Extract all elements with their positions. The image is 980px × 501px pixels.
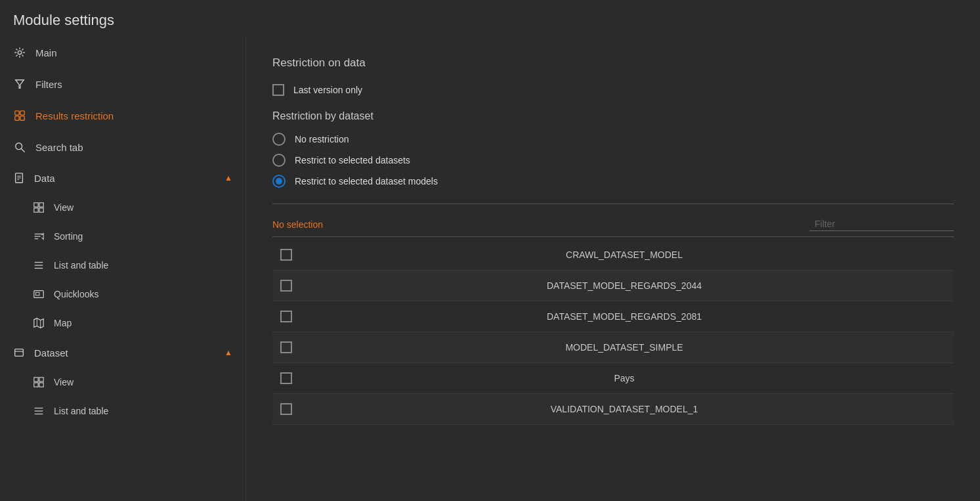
sidebar-item-dataset-list-table-label: List and table xyxy=(54,406,108,416)
map-icon xyxy=(33,317,45,329)
sidebar-item-data-sorting-label: Sorting xyxy=(54,231,83,242)
svg-rect-13 xyxy=(39,203,43,207)
grid-icon xyxy=(33,202,45,213)
restriction-on-data-title: Restriction on data xyxy=(272,56,954,70)
radio-restrict-dataset-models[interactable]: Restrict to selected dataset models xyxy=(272,175,954,188)
sidebar-item-data-map-label: Map xyxy=(54,318,72,328)
regards2081-checkbox[interactable] xyxy=(280,311,292,322)
document-icon xyxy=(13,172,25,184)
list-icon xyxy=(33,259,45,271)
sidebar-item-data-view-label: View xyxy=(54,202,74,213)
sidebar-item-data-quicklooks-label: Quicklooks xyxy=(54,289,98,299)
sidebar-item-data-quicklooks[interactable]: Quicklooks xyxy=(0,280,245,309)
svg-rect-30 xyxy=(39,378,43,381)
radio-no-restriction-circle[interactable] xyxy=(272,133,286,146)
last-version-checkbox[interactable] xyxy=(272,84,284,96)
svg-rect-3 xyxy=(20,111,24,115)
quicklook-icon xyxy=(33,288,45,300)
validation-checkbox[interactable] xyxy=(280,403,292,415)
sidebar-group-data[interactable]: Data ▲ xyxy=(0,163,245,193)
regards2081-name: DATASET_MODEL_REGARDS_2081 xyxy=(303,311,946,322)
svg-point-6 xyxy=(16,143,22,150)
svg-marker-1 xyxy=(16,80,24,89)
svg-rect-12 xyxy=(34,203,38,207)
dataset-row-validation[interactable]: VALIDATION_DATASET_MODEL_1 xyxy=(272,394,954,425)
sidebar-item-filters-label: Filters xyxy=(35,79,62,90)
main-content: Restriction on data Last version only Re… xyxy=(246,37,980,501)
grid-icon-2 xyxy=(33,376,45,388)
list-icon-2 xyxy=(33,405,45,417)
radio-restrict-datasets-circle[interactable] xyxy=(272,154,286,167)
crawl-checkbox[interactable] xyxy=(280,249,292,261)
dataset-row-crawl[interactable]: CRAWL_DATASET_MODEL xyxy=(272,240,954,271)
svg-rect-27 xyxy=(15,349,24,357)
sidebar-item-dataset-view[interactable]: View xyxy=(0,368,245,397)
dataset-row-pays[interactable]: Pays xyxy=(272,363,954,394)
dataset-row-regards2044[interactable]: DATASET_MODEL_REGARDS_2044 xyxy=(272,271,954,301)
radio-no-restriction-label: No restriction xyxy=(295,134,349,144)
simple-checkbox[interactable] xyxy=(280,341,292,353)
svg-rect-29 xyxy=(34,378,38,381)
sidebar-item-data-sorting[interactable]: Sorting xyxy=(0,222,245,251)
sidebar-item-dataset-view-label: View xyxy=(54,377,74,387)
sidebar-item-results-restriction-label: Results restriction xyxy=(35,110,114,121)
radio-restrict-dataset-models-label: Restrict to selected dataset models xyxy=(295,176,438,186)
svg-rect-14 xyxy=(34,208,38,212)
svg-rect-4 xyxy=(15,116,19,120)
filter-input[interactable] xyxy=(809,217,954,231)
svg-rect-2 xyxy=(15,111,19,115)
restriction-icon xyxy=(13,109,26,122)
svg-line-7 xyxy=(22,149,25,152)
regards2044-checkbox[interactable] xyxy=(280,280,292,292)
chevron-up-icon: ▲ xyxy=(224,173,232,183)
sidebar-item-data-map[interactable]: Map xyxy=(0,309,245,338)
sidebar-item-filters[interactable]: Filters xyxy=(0,68,245,100)
sidebar-item-search-tab-label: Search tab xyxy=(35,142,83,153)
sidebar-group-dataset-label: Dataset xyxy=(34,347,68,359)
svg-marker-24 xyxy=(34,318,43,328)
radio-restrict-datasets[interactable]: Restrict to selected datasets xyxy=(272,154,954,167)
radio-no-restriction[interactable]: No restriction xyxy=(272,133,954,146)
sidebar-item-main-label: Main xyxy=(35,47,57,58)
gear-icon xyxy=(13,46,26,59)
chevron-up-icon-2: ▲ xyxy=(224,348,232,357)
radio-restrict-datasets-label: Restrict to selected datasets xyxy=(295,155,410,165)
app-title: Module settings xyxy=(0,0,980,37)
sidebar-item-dataset-list-table[interactable]: List and table xyxy=(0,397,245,425)
filter-row: No selection xyxy=(272,217,954,237)
regards2044-name: DATASET_MODEL_REGARDS_2044 xyxy=(303,280,946,291)
sidebar-item-search-tab[interactable]: Search tab xyxy=(0,131,245,163)
pays-name: Pays xyxy=(303,373,946,383)
sidebar-item-results-restriction[interactable]: Results restriction xyxy=(0,100,245,131)
last-version-only-row: Last version only xyxy=(272,84,954,96)
crawl-name: CRAWL_DATASET_MODEL xyxy=(303,250,946,260)
radio-restrict-dataset-models-circle[interactable] xyxy=(272,175,286,188)
pays-checkbox[interactable] xyxy=(280,372,292,384)
svg-rect-15 xyxy=(39,208,43,212)
validation-name: VALIDATION_DATASET_MODEL_1 xyxy=(303,404,946,414)
sidebar-item-data-list-table-label: List and table xyxy=(54,260,108,271)
search-icon xyxy=(13,141,26,154)
last-version-only-label: Last version only xyxy=(293,85,362,95)
sort-icon xyxy=(33,230,45,242)
sidebar-group-dataset[interactable]: Dataset ▲ xyxy=(0,338,245,368)
sidebar: Main Filters Results restriction xyxy=(0,37,246,501)
dataset-icon xyxy=(13,347,25,359)
restriction-by-dataset-title: Restriction by dataset xyxy=(272,110,954,122)
sidebar-group-data-label: Data xyxy=(34,173,55,184)
svg-rect-5 xyxy=(20,116,24,120)
sidebar-item-main[interactable]: Main xyxy=(0,37,245,68)
sidebar-item-data-view[interactable]: View xyxy=(0,193,245,222)
filter-icon xyxy=(13,77,26,91)
svg-rect-31 xyxy=(34,383,38,387)
simple-name: MODEL_DATASET_SIMPLE xyxy=(303,342,946,353)
svg-rect-32 xyxy=(39,383,43,387)
dataset-row-regards2081[interactable]: DATASET_MODEL_REGARDS_2081 xyxy=(272,301,954,332)
svg-point-0 xyxy=(18,51,21,54)
restriction-by-dataset-section: Restriction by dataset No restriction Re… xyxy=(272,110,954,188)
dataset-row-simple[interactable]: MODEL_DATASET_SIMPLE xyxy=(272,332,954,363)
no-selection-label: No selection xyxy=(272,219,323,230)
sidebar-item-data-list-table[interactable]: List and table xyxy=(0,251,245,280)
section-divider xyxy=(272,204,954,204)
dataset-models-list: CRAWL_DATASET_MODEL DATASET_MODEL_REGARD… xyxy=(272,240,954,425)
